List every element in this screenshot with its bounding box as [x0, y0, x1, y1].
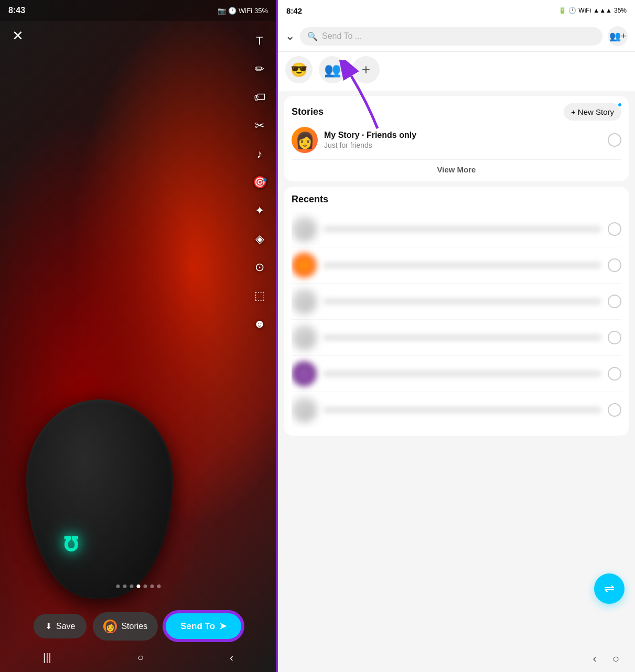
search-icon: 🔍	[307, 31, 318, 41]
recent-radio-4[interactable]	[608, 331, 621, 344]
right-alarm-icon: 🕐	[568, 7, 576, 14]
save-icon: ⬇	[45, 621, 52, 631]
left-panel: ʊ 8:43 📷 🕐 WiFi 35% ✕ T ✏ 🏷 ✂ ♪ 🎯 ✦ ◈ ⊙ …	[0, 0, 278, 672]
new-story-label: + New Story	[571, 107, 614, 116]
recent-radio-1[interactable]	[608, 222, 621, 236]
sparkle-icon[interactable]: ✦	[250, 201, 269, 220]
right-content: Stories + New Story 👩 My Story · Friends…	[278, 91, 635, 646]
dot-3	[130, 584, 133, 588]
new-story-dot	[617, 102, 622, 107]
recent-avatar-1	[292, 216, 317, 242]
edit-toolbar: T ✏ 🏷 ✂ ♪ 🎯 ✦ ◈ ⊙ ⬚ ☻	[250, 31, 269, 333]
text-tool-icon[interactable]: T	[250, 31, 269, 50]
right-panel: 8:42 🔋 🕐 WiFi ▲▲▲ 35% ⌄ 🔍 Send To ... 👥+…	[278, 0, 635, 672]
right-scroll[interactable]: Stories + New Story 👩 My Story · Friends…	[278, 91, 635, 646]
crop-icon[interactable]: ⬚	[250, 286, 269, 305]
recent-avatar-4	[292, 325, 317, 350]
search-row: ⌄ 🔍 Send To ... 👥+	[278, 21, 635, 52]
view-more-button[interactable]: View More	[292, 159, 621, 174]
recent-item-5[interactable]	[292, 356, 621, 392]
recent-item-1[interactable]	[292, 211, 621, 247]
recent-name-6	[323, 406, 601, 414]
eraser-icon[interactable]: ◈	[250, 230, 269, 248]
recent-radio-6[interactable]	[608, 403, 621, 417]
my-story-sub: Just for friends	[324, 141, 601, 149]
stories-header: Stories + New Story	[292, 103, 621, 121]
add-group-button[interactable]: +	[352, 56, 380, 83]
stories-avatar	[103, 620, 117, 633]
recent-radio-5[interactable]	[608, 367, 621, 381]
my-story-avatar: 👩	[292, 127, 318, 153]
recent-item-3[interactable]	[292, 284, 621, 320]
right-wifi-icon: WiFi	[578, 7, 591, 14]
close-button[interactable]: ✕	[8, 26, 27, 45]
recent-avatar-2	[292, 253, 317, 278]
my-story-item[interactable]: 👩 My Story · Friends only Just for frien…	[292, 127, 621, 153]
recent-item-4[interactable]	[292, 320, 621, 356]
nav-right-back-icon[interactable]: ‹	[593, 652, 596, 666]
my-story-radio[interactable]	[608, 133, 621, 147]
recent-avatar-3	[292, 289, 317, 314]
recent-item-2[interactable]	[292, 247, 621, 284]
right-battery-icon: 🔋	[558, 7, 566, 14]
recent-avatar-6	[292, 397, 317, 422]
dot-2	[123, 584, 126, 588]
nav-home-icon[interactable]: ○	[137, 652, 144, 664]
search-bar[interactable]: 🔍 Send To ...	[300, 27, 602, 46]
recent-name-3	[323, 298, 601, 305]
my-story-name: My Story · Friends only	[324, 131, 601, 140]
slide-dots	[116, 584, 160, 588]
chevron-down-icon[interactable]: ⌄	[285, 29, 295, 43]
recent-radio-2[interactable]	[608, 258, 621, 272]
friends-button[interactable]: 👥	[319, 56, 346, 83]
share-fab-button[interactable]: ⇌	[594, 573, 625, 604]
add-friends-button[interactable]: 👥+	[608, 26, 628, 46]
alarm-icon: 🕐	[228, 7, 236, 15]
nav-menu-icon[interactable]: |||	[43, 652, 51, 664]
stories-title: Stories	[292, 106, 324, 117]
cool-emoji-button[interactable]: 😎	[285, 56, 313, 83]
recent-avatar-5	[292, 361, 317, 386]
recents-list	[292, 211, 621, 428]
search-input[interactable]: Send To ...	[322, 31, 595, 41]
sticker-icon[interactable]: 🏷	[250, 88, 269, 107]
dot-6	[150, 584, 154, 588]
battery-icon: 35%	[254, 7, 268, 15]
recent-name-5	[323, 370, 601, 377]
quick-access-row: 😎 👥 +	[278, 52, 635, 91]
mouse-logo: ʊ	[63, 527, 79, 557]
recent-item-6[interactable]	[292, 392, 621, 428]
sendto-button[interactable]: Send To ➤	[164, 612, 243, 641]
bitmoji-icon[interactable]: ☻	[250, 315, 269, 333]
scissors-icon[interactable]: ✂	[250, 116, 269, 135]
stories-section: Stories + New Story 👩 My Story · Friends…	[284, 96, 629, 181]
status-icons-right: 🔋 🕐 WiFi ▲▲▲ 35%	[558, 7, 627, 14]
stories-button[interactable]: Stories	[93, 612, 158, 641]
link-icon[interactable]: ⊙	[250, 258, 269, 277]
recents-section: Recents	[284, 187, 629, 436]
music-icon[interactable]: ♪	[250, 145, 269, 164]
bottom-nav-left: ||| ○ ‹	[0, 647, 276, 668]
pencil-icon[interactable]: ✏	[250, 60, 269, 79]
recent-radio-3[interactable]	[608, 295, 621, 308]
recents-title: Recents	[292, 194, 621, 205]
bottom-nav-right: ‹ ○	[278, 646, 635, 672]
share-icon: ⇌	[604, 581, 615, 596]
dot-5	[143, 584, 147, 588]
status-time-left: 8:43	[8, 6, 25, 15]
right-signal-icon: ▲▲▲	[593, 7, 612, 14]
filter-icon[interactable]: 🎯	[250, 173, 269, 192]
dot-4-active	[136, 584, 140, 588]
new-story-button[interactable]: + New Story	[564, 103, 621, 121]
nav-back-icon[interactable]: ‹	[230, 652, 233, 664]
bottom-action-bar: ⬇ Save Stories Send To ➤	[0, 612, 276, 641]
save-button[interactable]: ⬇ Save	[34, 614, 87, 638]
wifi-icon: WiFi	[239, 7, 252, 15]
nav-right-home-icon[interactable]: ○	[612, 652, 619, 666]
dot-1	[116, 584, 120, 588]
stories-label: Stories	[121, 622, 147, 631]
status-bar-right: 8:42 🔋 🕐 WiFi ▲▲▲ 35%	[278, 0, 635, 21]
mouse-photo: ʊ	[26, 399, 173, 599]
camera-icon: 📷	[218, 7, 226, 15]
recent-name-2	[323, 262, 601, 269]
